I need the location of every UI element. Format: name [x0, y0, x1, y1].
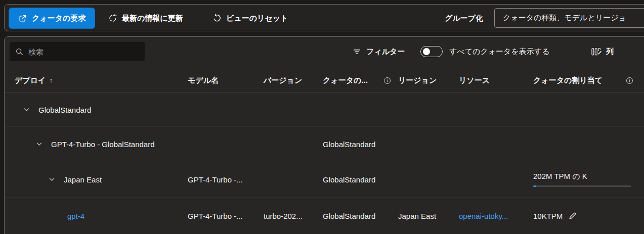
quota-type-info-icon[interactable] — [383, 77, 391, 84]
chevron-down-icon[interactable] — [36, 141, 42, 147]
table-row-japan-east-group[interactable]: Japan East GPT-4-Turbo -... GlobalStanda… — [5, 161, 644, 198]
quota-type-header-label: クォータの... — [323, 76, 368, 85]
filter-icon — [353, 48, 361, 56]
show-all-quota-toggle[interactable] — [420, 46, 443, 57]
version-cell: turbo-202... — [264, 212, 303, 220]
request-quota-button[interactable]: クォータの要求 — [9, 8, 95, 29]
region-cell: Japan East — [398, 212, 436, 220]
reset-view-label: ビューのリセット — [226, 14, 288, 23]
request-quota-label: クォータの要求 — [32, 14, 85, 23]
table-row-gpt4turbo-group[interactable]: GPT-4-Turbo - GlobalStandard GlobalStand… — [5, 127, 644, 161]
quota-type-cell: GlobalStandard — [323, 212, 375, 220]
group-by-value: クォータの種類、モデルとリージョ — [503, 13, 626, 23]
table-row-gpt4-deployment[interactable]: gpt-4 GPT-4-Turbo -... turbo-202... Glob… — [5, 198, 644, 234]
allocation-cell: 10KTPM — [533, 211, 577, 220]
undo-reset-icon — [212, 14, 222, 23]
version-header-label: バージョン — [264, 76, 302, 85]
refresh-label: 最新の情報に更新 — [122, 14, 183, 23]
quota-table-panel: フィルター すべてのクォータを表示する 列 デプロイ ↑ モデル名 バージョン — [4, 36, 644, 234]
deployment-link[interactable]: gpt-4 — [67, 212, 84, 220]
search-box — [10, 42, 145, 61]
edit-quota-button[interactable] — [568, 211, 577, 220]
search-icon — [15, 48, 24, 56]
table-header-row: デプロイ ↑ モデル名 バージョン クォータの... リージョン リソース クォ… — [5, 68, 644, 92]
model-cell: GPT-4-Turbo -... — [188, 212, 243, 220]
show-all-quota-control: すべてのクォータを表示する — [420, 42, 550, 61]
filter-label: フィルター — [366, 47, 405, 57]
refresh-button[interactable]: 最新の情報に更新 — [108, 8, 183, 29]
allocation-text: 10KTPM — [533, 212, 563, 220]
group-by-dropdown[interactable]: クォータの種類、モデルとリージョ — [494, 8, 644, 28]
refresh-icon — [108, 14, 117, 23]
quota-type-cell: GlobalStandard — [323, 175, 375, 183]
show-all-quota-label: すべてのクォータを表示する — [449, 47, 550, 57]
column-header-version[interactable]: バージョン — [264, 68, 302, 92]
allocation-info-icon[interactable] — [626, 77, 633, 84]
resource-header-label: リソース — [459, 76, 490, 85]
columns-button[interactable]: 列 — [591, 42, 614, 61]
model-cell: GPT-4-Turbo -... — [188, 175, 243, 183]
quota-type-cell: GlobalStandard — [323, 139, 375, 148]
filter-button[interactable]: フィルター — [353, 42, 405, 61]
toggle-knob — [423, 48, 430, 55]
quota-usage-progressbar — [533, 185, 631, 187]
model-header-label: モデル名 — [188, 76, 219, 85]
column-header-quota-type[interactable]: クォータの... — [323, 68, 368, 92]
allocation-text: 202M TPM の K — [533, 172, 631, 181]
chevron-down-icon[interactable] — [49, 176, 55, 182]
deploy-header-label: デプロイ — [15, 76, 46, 85]
external-link-icon — [18, 14, 27, 23]
pencil-edit-icon — [568, 211, 577, 220]
sort-ascending-icon: ↑ — [49, 76, 53, 84]
column-header-resource[interactable]: リソース — [459, 68, 490, 92]
column-header-region[interactable]: リージョン — [398, 68, 437, 92]
column-header-model[interactable]: モデル名 — [188, 68, 219, 92]
group-name: Japan East — [64, 175, 102, 183]
chevron-down-icon[interactable] — [23, 106, 30, 113]
region-header-label: リージョン — [398, 76, 437, 85]
command-bar: クォータの要求 最新の情報に更新 ビューのリセット グループ化 クォータの種類、… — [4, 4, 644, 31]
allocation-header-label: クォータの割り当て — [533, 76, 603, 85]
reset-view-button[interactable]: ビューのリセット — [212, 8, 288, 29]
table-row-globalstandard-group[interactable]: GlobalStandard — [5, 92, 644, 127]
search-input[interactable] — [28, 48, 139, 56]
column-edit-icon — [591, 48, 602, 56]
column-header-deploy[interactable]: デプロイ ↑ — [15, 68, 53, 92]
group-name: GlobalStandard — [38, 105, 91, 114]
columns-label: 列 — [606, 47, 614, 57]
group-by-label: グループ化 — [445, 5, 483, 32]
column-header-allocation[interactable]: クォータの割り当て — [533, 68, 603, 92]
group-name: GPT-4-Turbo - GlobalStandard — [51, 139, 155, 148]
resource-link[interactable]: openai-utoky... — [459, 212, 508, 220]
quota-usage-progress-fill — [533, 185, 536, 187]
allocation-cell: 202M TPM の K — [533, 172, 631, 187]
